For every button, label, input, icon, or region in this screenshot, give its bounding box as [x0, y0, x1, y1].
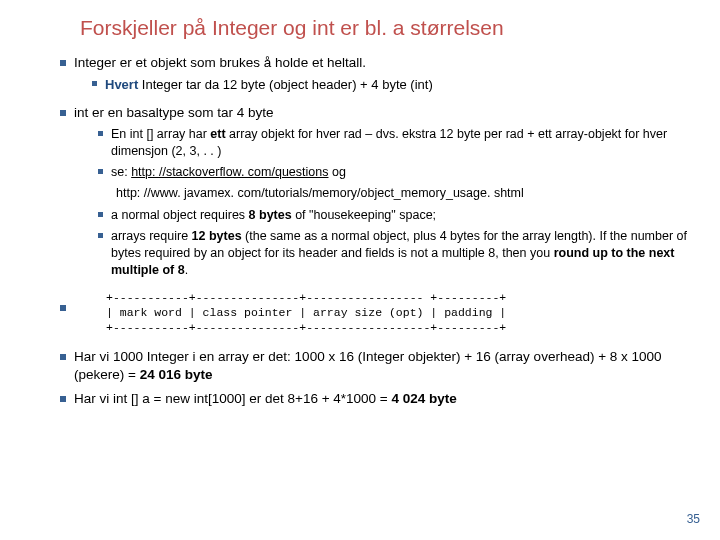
text: se:	[111, 165, 131, 179]
slide-title: Forskjeller på Integer og int er bl. a s…	[80, 16, 692, 40]
bullet-integer-size: Hvert Integer tar da 12 byte (object hea…	[92, 76, 692, 94]
text-8bytes: 8 bytes	[249, 208, 292, 222]
bullet-normal-object: a normal object requires 8 bytes of "hou…	[98, 207, 692, 224]
text: a normal object requires	[111, 208, 249, 222]
text: .	[185, 263, 188, 277]
text: Integer tar da 12 byte (object header) +…	[138, 77, 432, 92]
bullet-integer-object: Integer er et objekt som brukes å holde …	[60, 54, 692, 98]
bullet-arrays-require: arrays require 12 bytes (the same as a n…	[98, 228, 692, 279]
text-4024: 4 024 byte	[391, 391, 456, 406]
text-24016: 24 016 byte	[140, 367, 213, 382]
text: En int [] array har	[111, 127, 210, 141]
javamex-url: http: //www. javamex. com/tutorials/memo…	[116, 185, 692, 202]
bullet-se-link: se: http: //stackoverflow. com/questions…	[98, 164, 692, 181]
text: Integer er et objekt som brukes å holde …	[74, 55, 366, 70]
text-12bytes: 12 bytes	[192, 229, 242, 243]
text-ett: ett	[210, 127, 225, 141]
bullet-1000-int: Har vi int [] a = new int[1000] er det 8…	[60, 390, 692, 408]
ascii-diagram: +-----------+---------------+-----------…	[106, 291, 692, 336]
text: of "housekeeping" space;	[292, 208, 436, 222]
bullet-int-basaltype: int er en basaltype som tar 4 byte En in…	[60, 104, 692, 283]
text: og	[328, 165, 345, 179]
bullet-int-array: En int [] array har ett array objekt for…	[98, 126, 692, 160]
page-number: 35	[687, 512, 700, 526]
text: int er en basaltype som tar 4 byte	[74, 105, 274, 120]
text: arrays require	[111, 229, 192, 243]
bullet-ascii: +-----------+---------------+-----------…	[60, 289, 692, 342]
text-hvert: Hvert	[105, 77, 138, 92]
bullet-1000-integer: Har vi 1000 Integer i en array er det: 1…	[60, 348, 692, 384]
text: Har vi int [] a = new int[1000] er det 8…	[74, 391, 391, 406]
stackoverflow-link[interactable]: http: //stackoverflow. com/questions	[131, 165, 328, 179]
